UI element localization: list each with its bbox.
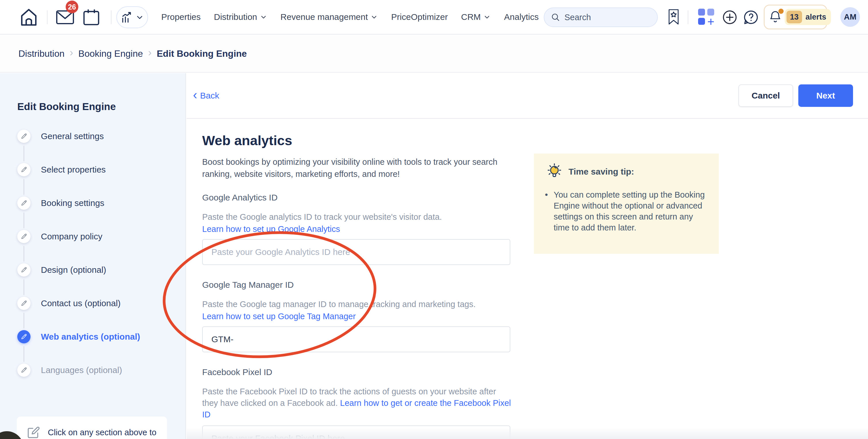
sidebar-title: Edit Booking Engine [17,101,116,112]
menu-item-analytics[interactable]: Analytics [504,12,538,22]
google-analytics-hint: Paste the Google analytics ID to track y… [202,211,513,223]
back-label: Back [200,91,219,100]
step-design[interactable]: Design (optional) [17,263,140,277]
menu-label: Distribution [214,12,257,22]
apps-menu-button[interactable]: + [698,9,715,25]
menu-item-distribution[interactable]: Distribution [214,12,267,22]
lightbulb-icon [545,162,564,181]
tip-text: You can complete setting up the Booking … [554,189,708,233]
alerts-pill: 13 alerts [785,9,831,25]
pencil-icon [17,263,31,277]
step-label: Web analytics (optional) [41,332,140,342]
google-tag-manager-hint: Paste the Google tag manager ID to manag… [202,299,513,310]
google-tag-manager-learn-link[interactable]: Learn how to set up Google Tag Manager [202,312,356,321]
alerts-label: alerts [806,13,826,22]
breadcrumb-chevron-icon: › [148,47,152,61]
facebook-pixel-hint: Paste the Facebook Pixel ID to track the… [202,386,513,420]
breadcrumb-booking-engine[interactable]: Booking Engine [78,49,143,59]
page-title: Web analytics [202,132,513,148]
step-web-analytics[interactable]: Web analytics (optional) [17,330,140,343]
search-input[interactable] [564,13,645,22]
google-analytics-section: Google Analytics ID Paste the Google ana… [202,193,513,265]
menu-label: Revenue management [280,12,368,22]
pencil-icon [17,196,31,210]
step-label: General settings [41,131,104,141]
cancel-button[interactable]: Cancel [738,85,793,107]
pencil-icon [17,330,31,343]
pencil-icon [17,297,31,310]
step-booking-settings[interactable]: Booking settings [17,196,140,210]
google-analytics-id-input[interactable] [202,239,510,265]
home-icon [19,7,39,27]
google-tag-manager-id-input[interactable] [202,326,510,352]
mail-unread-badge: 26 [66,1,78,13]
menu-item-crm[interactable]: CRM [461,12,491,22]
facebook-pixel-id-input[interactable] [202,426,510,439]
chevron-down-icon [135,13,144,22]
facebook-pixel-label: Facebook Pixel ID [202,367,513,377]
tip-title: Time saving tip: [568,167,634,177]
alerts-count-badge: 13 [786,11,802,23]
help-button[interactable] [743,9,759,25]
page-intro: Boost bookings by optimizing your visibi… [202,156,500,180]
main-panel: ‹ Back Cancel Next Web analytics Boost b… [187,73,868,439]
menu-label: CRM [461,12,480,22]
step-label: Company policy [41,231,102,241]
next-button[interactable]: Next [798,85,853,107]
back-link[interactable]: ‹ Back [193,90,219,101]
step-label: Contact us (optional) [41,299,121,308]
google-analytics-learn-link[interactable]: Learn how to set up Google Analytics [202,224,340,234]
alert-dot [778,9,784,14]
bookmarks-button[interactable] [668,9,680,25]
step-general-settings[interactable]: General settings [17,130,140,143]
step-select-properties[interactable]: Select properties [17,163,140,176]
alerts-button[interactable]: 13 alerts [764,5,827,29]
menu-item-properties[interactable]: Properties [161,12,201,22]
top-navigation-bar: 26 Properties Distribution [0,0,868,35]
main-menu: Properties Distribution Revenue manageme… [161,0,538,34]
step-company-policy[interactable]: Company policy [17,230,140,243]
wizard-steps: General settings Select properties Booki… [17,130,140,397]
calendar-icon [82,8,100,27]
topbar-divider [111,10,112,24]
step-contact-us[interactable]: Contact us (optional) [17,297,140,310]
user-avatar[interactable]: AM [840,7,860,27]
menu-item-priceoptimizer[interactable]: PriceOptimizer [391,12,448,22]
pencil-icon [17,364,31,377]
step-label: Design (optional) [41,265,106,275]
google-tag-manager-section: Google Tag Manager ID Paste the Google t… [202,280,513,352]
google-analytics-label: Google Analytics ID [202,193,513,202]
search-icon [551,12,560,22]
chevron-left-icon: ‹ [193,90,197,101]
step-label: Booking settings [41,198,104,208]
step-label: Select properties [41,165,106,175]
breadcrumb: Distribution › Booking Engine › Edit Boo… [0,35,868,72]
breadcrumb-distribution[interactable]: Distribution [19,49,64,59]
wizard-sidebar: Edit Booking Engine General settings Sel… [0,73,186,439]
time-saving-tip-box: Time saving tip: • You can complete sett… [534,154,719,254]
facebook-pixel-section: Facebook Pixel ID Paste the Facebook Pix… [202,367,513,439]
step-label: Languages (optional) [41,365,122,375]
pencil-icon [17,163,31,176]
bar-chart-icon [120,11,133,24]
menu-label: PriceOptimizer [391,12,448,22]
plus-circle-icon [722,9,738,25]
global-search[interactable] [544,7,658,27]
sidebar-note: Click on any section above to quickly na… [17,416,167,439]
chevron-down-icon [260,13,267,21]
topbar-divider [688,10,688,24]
menu-label: Analytics [504,12,538,22]
calendar-button[interactable] [82,8,100,27]
chevron-down-icon [370,13,378,21]
web-analytics-form: Web analytics Boost bookings by optimizi… [187,119,868,439]
wizard-action-bar: ‹ Back Cancel Next [187,73,868,119]
pencil-icon [17,230,31,243]
pencil-icon [17,130,31,143]
home-button[interactable] [19,7,39,27]
topbar-divider [47,10,48,24]
create-new-button[interactable] [722,9,738,25]
insights-menu-button[interactable] [116,6,148,28]
bullet-dot: • [545,189,548,233]
step-languages[interactable]: Languages (optional) [17,364,140,377]
menu-item-revenue-management[interactable]: Revenue management [280,12,378,22]
